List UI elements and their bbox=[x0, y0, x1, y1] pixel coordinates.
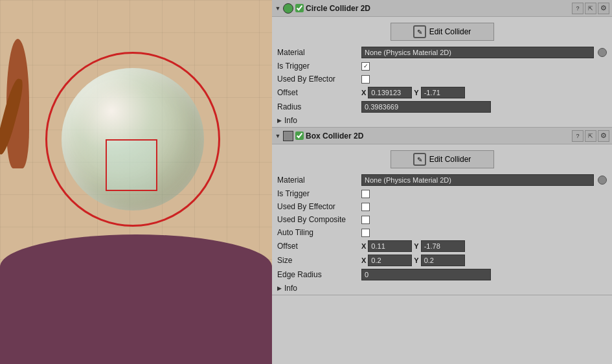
box-auto-tiling-checkbox[interactable] bbox=[361, 229, 370, 237]
box-material-label: Material bbox=[277, 176, 361, 185]
circle-is-trigger-row: Is Trigger ✓ bbox=[272, 60, 612, 73]
circle-collider-enabled-checkbox[interactable] bbox=[295, 4, 304, 12]
circle-info-row: ▶ Info bbox=[272, 114, 612, 127]
box-size-label: Size bbox=[277, 256, 361, 265]
circle-is-trigger-value: ✓ bbox=[361, 62, 607, 71]
box-is-trigger-checkbox[interactable] bbox=[361, 190, 370, 198]
circle-used-by-effector-label: Used By Effector bbox=[277, 74, 361, 84]
box-auto-tiling-value bbox=[361, 229, 607, 237]
circle-is-trigger-label: Is Trigger bbox=[277, 62, 361, 71]
box-offset-x-input[interactable] bbox=[368, 240, 412, 252]
box-offset-row: Offset X Y bbox=[272, 239, 612, 253]
box-collider-component: ▼ Box Collider 2D ? ⇱ ⚙ ✎ Edit Collider … bbox=[272, 128, 612, 295]
box-offset-value: X Y bbox=[361, 240, 607, 252]
circle-offset-y-input[interactable] bbox=[421, 87, 465, 98]
circle-collider-component: ▼ Circle Collider 2D ? ⇱ ⚙ ✎ Edit Collid… bbox=[272, 0, 612, 128]
box-edit-collider-icon: ✎ bbox=[413, 153, 426, 166]
circle-radius-value bbox=[361, 101, 607, 113]
box-used-by-composite-value bbox=[361, 216, 607, 224]
box-edge-radius-input[interactable] bbox=[361, 269, 491, 280]
box-collider-edit-label: Edit Collider bbox=[429, 155, 471, 164]
circle-material-label: Material bbox=[277, 48, 361, 57]
circle-collider-edit-label: Edit Collider bbox=[429, 27, 471, 36]
box-info-label[interactable]: Info bbox=[284, 284, 297, 293]
box-auto-tiling-label: Auto Tiling bbox=[277, 228, 361, 237]
circle-offset-x-label: X bbox=[361, 89, 366, 97]
box-used-by-effector-row: Used By Effector bbox=[272, 200, 612, 213]
box-used-by-composite-label: Used By Composite bbox=[277, 215, 361, 224]
box-used-by-effector-value bbox=[361, 203, 607, 211]
box-collider-gear-btn[interactable]: ⚙ bbox=[598, 130, 609, 142]
circle-used-by-effector-value bbox=[361, 75, 607, 84]
circle-material-value-container: None (Physics Material 2D) bbox=[361, 47, 607, 58]
circle-info-arrow: ▶ bbox=[277, 117, 282, 124]
circle-collider-doc-btn[interactable]: ? bbox=[572, 3, 584, 14]
circle-info-label[interactable]: Info bbox=[284, 116, 297, 125]
box-collider-header-buttons: ? ⇱ ⚙ bbox=[572, 130, 609, 142]
box-info-row: ▶ Info bbox=[272, 282, 612, 295]
circle-offset-x-input[interactable] bbox=[368, 87, 412, 98]
circle-collider-expand-btn[interactable]: ⇱ bbox=[585, 3, 596, 14]
box-size-x-label: X bbox=[361, 256, 366, 264]
circle-radius-row: Radius bbox=[272, 100, 612, 114]
circle-collider-expand-arrow[interactable]: ▼ bbox=[275, 5, 281, 12]
box-is-trigger-value bbox=[361, 190, 607, 198]
box-collider-expand-btn[interactable]: ⇱ bbox=[585, 130, 596, 142]
box-is-trigger-row: Is Trigger bbox=[272, 187, 612, 200]
circle-collider-enabled-icon bbox=[283, 3, 293, 14]
circle-material-select[interactable]: None (Physics Material 2D) bbox=[361, 47, 594, 58]
circle-collider-gear-btn[interactable]: ⚙ bbox=[598, 3, 609, 14]
box-offset-label: Offset bbox=[277, 242, 361, 251]
circle-offset-y-label: Y bbox=[414, 89, 418, 97]
box-collider-doc-btn[interactable]: ? bbox=[572, 130, 584, 142]
box-material-select[interactable]: None (Physics Material 2D) bbox=[361, 174, 594, 186]
box-offset-y-label: Y bbox=[414, 242, 418, 250]
box-offset-y-input[interactable] bbox=[421, 240, 465, 252]
box-material-value-container: None (Physics Material 2D) bbox=[361, 174, 607, 186]
box-offset-x-label: X bbox=[361, 242, 366, 250]
circle-material-dot[interactable] bbox=[598, 48, 607, 57]
box-collider-enabled-checkbox[interactable] bbox=[295, 131, 304, 140]
box-auto-tiling-row: Auto Tiling bbox=[272, 226, 612, 239]
scene-ground bbox=[0, 234, 272, 364]
circle-offset-row: Offset X Y bbox=[272, 85, 612, 100]
box-edge-radius-value bbox=[361, 269, 607, 280]
inspector-panel: ▼ Circle Collider 2D ? ⇱ ⚙ ✎ Edit Collid… bbox=[272, 0, 612, 364]
box-collider-edit-btn[interactable]: ✎ Edit Collider bbox=[391, 150, 494, 168]
box-material-text: None (Physics Material 2D) bbox=[365, 176, 451, 184]
scene-view bbox=[0, 0, 272, 364]
circle-material-text: None (Physics Material 2D) bbox=[365, 49, 451, 56]
box-collider-expand-arrow[interactable]: ▼ bbox=[275, 133, 281, 139]
circle-used-by-effector-row: Used By Effector bbox=[272, 73, 612, 85]
box-collider-visual bbox=[106, 139, 157, 191]
box-used-by-effector-checkbox[interactable] bbox=[361, 203, 370, 211]
box-size-y-input[interactable] bbox=[421, 255, 465, 266]
circle-collider-title: Circle Collider 2D bbox=[306, 4, 570, 13]
circle-collider-edit-btn[interactable]: ✎ Edit Collider bbox=[391, 23, 494, 41]
circle-collider-header-buttons: ? ⇱ ⚙ bbox=[572, 3, 609, 14]
box-size-row: Size X Y bbox=[272, 253, 612, 267]
edit-collider-icon: ✎ bbox=[413, 25, 426, 38]
box-collider-header: ▼ Box Collider 2D ? ⇱ ⚙ bbox=[272, 128, 612, 144]
circle-offset-label: Offset bbox=[277, 88, 361, 97]
box-used-by-composite-row: Used By Composite bbox=[272, 213, 612, 226]
circle-used-by-effector-checkbox[interactable] bbox=[361, 75, 370, 84]
box-edge-radius-row: Edge Radius bbox=[272, 267, 612, 282]
box-size-y-label: Y bbox=[414, 256, 418, 264]
box-size-x-input[interactable] bbox=[368, 255, 412, 266]
circle-radius-label: Radius bbox=[277, 102, 361, 111]
box-material-dot[interactable] bbox=[598, 176, 607, 185]
box-edge-radius-label: Edge Radius bbox=[277, 270, 361, 279]
box-used-by-composite-checkbox[interactable] bbox=[361, 216, 370, 224]
circle-is-trigger-checkbox[interactable]: ✓ bbox=[361, 62, 370, 71]
circle-offset-value: X Y bbox=[361, 87, 607, 98]
box-size-value: X Y bbox=[361, 255, 607, 266]
box-collider-title: Box Collider 2D bbox=[306, 131, 570, 141]
circle-radius-input[interactable] bbox=[361, 101, 491, 113]
box-used-by-effector-label: Used By Effector bbox=[277, 202, 361, 211]
box-collider-enabled-icon bbox=[283, 131, 293, 141]
box-is-trigger-label: Is Trigger bbox=[277, 189, 361, 198]
box-material-row: Material None (Physics Material 2D) bbox=[272, 173, 612, 187]
circle-collider-header: ▼ Circle Collider 2D ? ⇱ ⚙ bbox=[272, 0, 612, 17]
box-info-arrow: ▶ bbox=[277, 285, 282, 291]
